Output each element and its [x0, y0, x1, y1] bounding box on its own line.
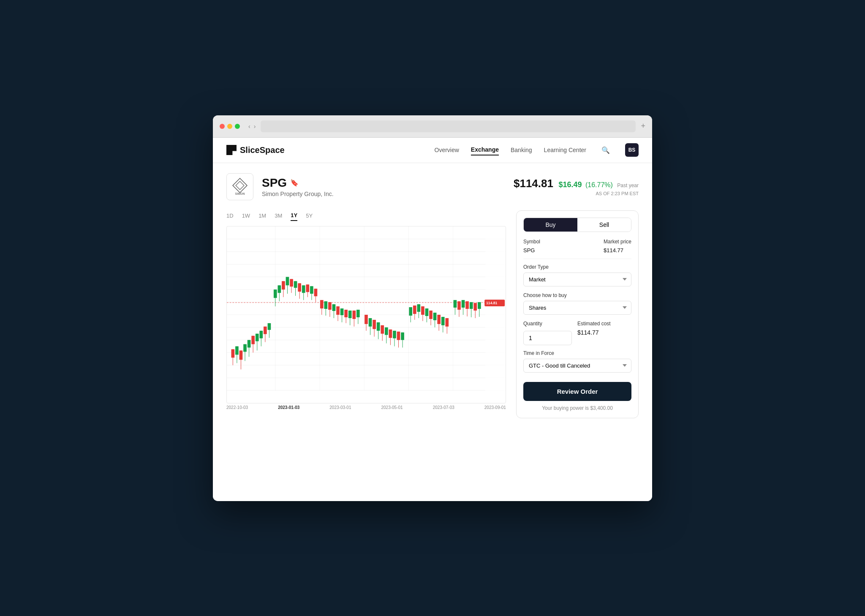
price-row: $114.81 $16.49 (16.77%) Past year — [514, 177, 639, 190]
stock-ticker: SPG — [262, 176, 287, 190]
quantity-col: Quantity — [523, 321, 577, 345]
svg-rect-108 — [413, 305, 416, 314]
how-to-buy-select[interactable]: Shares Dollars — [523, 301, 631, 315]
price-pct: (16.77%) — [585, 181, 613, 188]
stock-header: SIMON SPG 🔖 Simon Property Group, Inc. $… — [226, 173, 639, 200]
logo[interactable]: SliceSpace — [226, 145, 285, 155]
x-label-3: 2023-05-01 — [381, 405, 403, 410]
svg-rect-134 — [470, 302, 473, 309]
chart-section: 1D 1W 1M 3M 1Y 5Y — [226, 210, 506, 410]
order-type-select[interactable]: Market Limit Stop Stop Limit — [523, 273, 631, 286]
market-price-group: Market price $114.77 — [604, 239, 631, 253]
stock-price: $114.81 — [514, 177, 553, 190]
minimize-button[interactable] — [227, 124, 232, 129]
svg-rect-68 — [324, 301, 328, 309]
symbol-price-row: Symbol SPG Market price $114.77 — [523, 239, 631, 253]
svg-rect-52 — [290, 279, 293, 286]
review-order-button[interactable]: Review Order — [523, 382, 631, 401]
svg-rect-66 — [320, 300, 324, 308]
quantity-input[interactable] — [523, 331, 572, 345]
svg-rect-114 — [425, 308, 429, 316]
traffic-lights — [220, 124, 240, 129]
svg-rect-84 — [356, 310, 360, 317]
stock-logo: SIMON — [232, 178, 248, 195]
svg-rect-106 — [409, 307, 412, 316]
svg-rect-138 — [478, 302, 481, 309]
market-price-value: $114.77 — [604, 247, 631, 253]
timefilter-1d[interactable]: 1D — [226, 210, 234, 221]
timefilter-1w[interactable]: 1W — [242, 210, 250, 221]
x-label-5: 2023-09-01 — [484, 405, 506, 410]
svg-rect-76 — [340, 308, 344, 315]
maximize-button[interactable] — [235, 124, 240, 129]
symbol-label: Symbol — [523, 239, 540, 245]
avatar[interactable]: BS — [625, 143, 639, 157]
sell-tab[interactable]: Sell — [577, 218, 631, 232]
price-change: $16.49 — [558, 180, 582, 189]
nav-learning-center[interactable]: Learning Center — [544, 145, 586, 155]
svg-rect-54 — [294, 281, 297, 288]
close-button[interactable] — [220, 124, 225, 129]
svg-rect-36 — [256, 333, 259, 341]
forward-button[interactable]: › — [254, 123, 256, 130]
svg-rect-62 — [310, 286, 313, 294]
svg-rect-30 — [243, 344, 247, 352]
stock-price-section: $114.81 $16.49 (16.77%) Past year AS OF … — [514, 177, 639, 196]
svg-rect-116 — [429, 311, 432, 319]
svg-rect-24 — [231, 349, 235, 357]
svg-rect-90 — [373, 319, 376, 329]
how-to-buy-label: Choose how to buy — [523, 292, 631, 298]
svg-rect-72 — [332, 304, 336, 311]
svg-rect-82 — [352, 311, 356, 319]
order-panel: Buy Sell Symbol SPG Market price $114.77 — [516, 210, 639, 418]
timefilter-5y[interactable]: 5Y — [306, 210, 313, 221]
svg-rect-78 — [344, 310, 348, 317]
svg-rect-112 — [421, 306, 424, 315]
svg-rect-88 — [369, 318, 372, 326]
nav-overview[interactable]: Overview — [435, 145, 459, 155]
browser-window: ‹ › + SliceSpace Overview Exchange Banki… — [213, 115, 652, 501]
stock-ticker-row: SPG 🔖 — [262, 176, 505, 190]
x-label-2: 2023-03-01 — [329, 405, 351, 410]
svg-rect-50 — [286, 277, 289, 285]
svg-rect-100 — [393, 330, 396, 338]
order-type-label: Order Type — [523, 264, 631, 270]
bookmark-icon[interactable]: 🔖 — [290, 179, 299, 187]
chart-container: 114.81 — [226, 226, 506, 403]
timefilter-3m[interactable]: 3M — [275, 210, 282, 221]
search-button[interactable]: 🔍 — [598, 144, 613, 156]
svg-rect-124 — [445, 318, 449, 326]
timefilter-1m[interactable]: 1M — [258, 210, 266, 221]
address-bar[interactable] — [261, 120, 636, 132]
svg-rect-130 — [462, 300, 465, 308]
svg-rect-42 — [268, 323, 271, 330]
back-button[interactable]: ‹ — [248, 123, 250, 130]
symbol-value: SPG — [523, 247, 540, 253]
market-price-label: Market price — [604, 239, 631, 245]
buy-tab[interactable]: Buy — [524, 218, 577, 232]
chart-order-row: 1D 1W 1M 3M 1Y 5Y — [226, 210, 639, 418]
svg-rect-40 — [264, 326, 267, 334]
new-tab-button[interactable]: + — [641, 122, 645, 131]
logo-icon — [226, 145, 237, 155]
svg-rect-0 — [233, 178, 247, 193]
time-in-force-label: Time in Force — [523, 350, 631, 356]
svg-rect-70 — [328, 302, 332, 310]
timefilter-1y[interactable]: 1Y — [291, 210, 297, 221]
svg-rect-94 — [381, 325, 384, 333]
svg-rect-120 — [437, 315, 441, 324]
nav-exchange[interactable]: Exchange — [471, 144, 499, 155]
svg-rect-118 — [433, 313, 437, 320]
price-time: AS OF 2:23 PM EST — [514, 191, 639, 196]
stock-name: Simon Property Group, Inc. — [262, 191, 505, 197]
x-label-1: 2023-01-03 — [278, 405, 299, 410]
time-in-force-select[interactable]: GTC - Good till Canceled Day IOC FOK — [523, 359, 631, 373]
svg-rect-1 — [236, 181, 244, 190]
period-label: Past year — [617, 183, 639, 188]
x-label-4: 2023-07-03 — [433, 405, 454, 410]
logo-text: SliceSpace — [240, 145, 285, 155]
nav-banking[interactable]: Banking — [511, 145, 532, 155]
svg-rect-102 — [397, 331, 400, 340]
svg-rect-64 — [314, 289, 318, 296]
svg-rect-34 — [251, 335, 255, 344]
